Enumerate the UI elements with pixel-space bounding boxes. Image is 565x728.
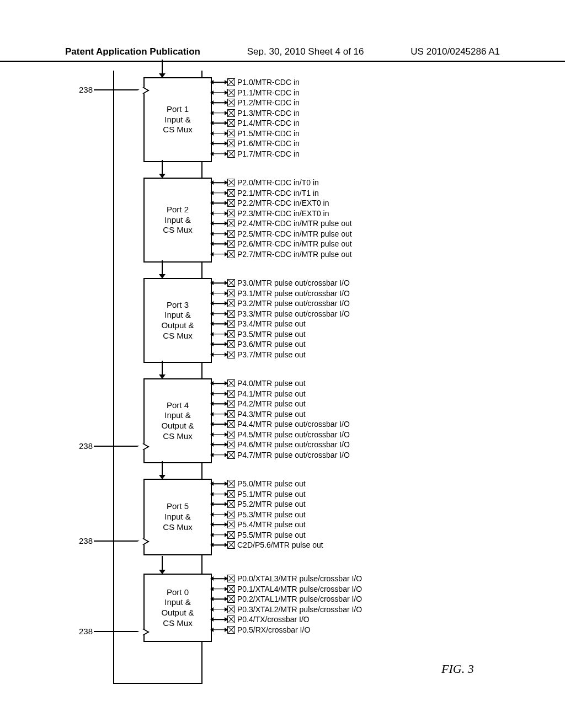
io-pad-icon xyxy=(227,511,235,518)
figure-caption: FIG. 3 xyxy=(441,662,474,676)
pin-label: P1.1/MTR-CDC in xyxy=(237,89,300,97)
io-pad-icon xyxy=(227,140,235,147)
pin-row: P0.1/XTAL4/MTR pulse/crossbar I/O xyxy=(211,584,362,595)
port-box: Port 2Input &CS Mux xyxy=(143,178,212,263)
port-box: Port 3Input &Output &CS Mux xyxy=(143,278,212,363)
pin-label: C2D/P5.6/MTR pulse out xyxy=(237,541,323,549)
ref-line xyxy=(94,540,141,542)
bidirectional-arrow-icon xyxy=(211,530,227,540)
pins: P4.0/MTR pulse outP4.1/MTR pulse outP4.2… xyxy=(211,378,350,460)
pin-row: P5.5/MTR pulse out xyxy=(211,530,323,540)
bidirectional-arrow-icon xyxy=(211,278,227,288)
pin-label: P2.1/MTR-CDC in/T1 in xyxy=(237,189,319,197)
io-pad-icon xyxy=(227,400,235,408)
pin-row: P2.3/MTR-CDC in/EXT0 in xyxy=(211,208,352,219)
pin-label: P5.2/MTR pulse out xyxy=(237,500,306,508)
bidirectional-arrow-icon xyxy=(211,198,227,208)
bidirectional-arrow-icon xyxy=(211,288,227,298)
port-box-label: Port 0 xyxy=(167,587,189,598)
bidirectional-arrow-icon xyxy=(211,77,227,87)
bidirectional-arrow-icon xyxy=(211,389,227,399)
pin-row: P2.6/MTR-CDC in/MTR pulse out xyxy=(211,239,352,249)
bidirectional-arrow-icon xyxy=(211,440,227,449)
pin-label: P4.3/MTR pulse out xyxy=(237,410,306,418)
io-pad-icon xyxy=(227,390,235,398)
pin-row: P3.2/MTR pulse out/crossbar I/O xyxy=(211,298,350,309)
io-pad-icon xyxy=(227,179,235,186)
io-pad-icon xyxy=(227,500,235,508)
io-pad-icon xyxy=(227,431,235,438)
pin-row: P3.3/MTR pulse out/crossbar I/O xyxy=(211,309,350,319)
port-box: Port 1Input &CS Mux xyxy=(143,77,212,162)
io-pad-icon xyxy=(227,290,235,297)
pin-label: P5.0/MTR pulse out xyxy=(237,480,306,488)
bidirectional-arrow-icon xyxy=(211,138,227,148)
port-box-label: CS Mux xyxy=(163,225,192,235)
bidirectional-arrow-icon xyxy=(211,399,227,409)
bidirectional-arrow-icon xyxy=(211,239,227,249)
pin-row: P2.1/MTR-CDC in/T1 in xyxy=(211,188,352,199)
bidirectional-arrow-icon xyxy=(211,88,227,98)
port-box-label: Input & xyxy=(164,215,191,226)
pin-label: P4.5/MTR pulse out/crossbar I/O xyxy=(237,431,350,438)
ref-label: 238 xyxy=(68,627,93,636)
pin-label: P4.2/MTR pulse out xyxy=(237,400,306,408)
pin-label: P3.5/MTR pulse out xyxy=(237,330,306,338)
io-pad-icon xyxy=(227,99,235,106)
pin-label: P3.6/MTR pulse out xyxy=(237,340,306,348)
pin-row: P5.3/MTR pulse out xyxy=(211,510,323,520)
bidirectional-arrow-icon xyxy=(211,218,227,228)
pin-label: P1.5/MTR-CDC in xyxy=(237,130,300,137)
pin-row: P0.3/XTAL2/MTR pulse/crossbar I/O xyxy=(211,604,362,615)
pin-label: P2.4/MTR-CDC in/MTR pulse out xyxy=(237,220,352,227)
bidirectional-arrow-icon xyxy=(211,350,227,360)
io-pad-icon xyxy=(227,410,235,418)
bidirectional-arrow-icon xyxy=(211,614,227,624)
pin-row: P1.5/MTR-CDC in xyxy=(211,129,300,139)
bidirectional-arrow-icon xyxy=(211,419,227,429)
pin-label: P5.4/MTR pulse out xyxy=(237,521,306,528)
io-pad-icon xyxy=(227,230,235,238)
port-group: Port 4Input &Output &CS Mux238P4.0/MTR p… xyxy=(127,374,436,462)
pin-label: P4.0/MTR pulse out xyxy=(237,379,306,387)
io-pad-icon xyxy=(227,585,235,593)
pin-row: P0.5/RX/crossbar I/O xyxy=(211,625,362,635)
io-pad-icon xyxy=(227,541,235,549)
pin-label: P0.4/TX/crossbar I/O xyxy=(237,615,310,623)
io-pad-icon xyxy=(227,330,235,338)
io-pad-icon xyxy=(227,451,235,459)
pins: P5.0/MTR pulse outP5.1/MTR pulse outP5.2… xyxy=(211,479,323,550)
pin-row: P4.4/MTR pulse out/crossbar I/O xyxy=(211,419,350,430)
pin-row: P2.4/MTR-CDC in/MTR pulse out xyxy=(211,218,352,229)
port-box-label: Input & xyxy=(164,115,191,125)
bidirectional-arrow-icon xyxy=(211,319,227,329)
pin-label: P0.2/XTAL1/MTR pulse/crossbar I/O xyxy=(237,595,362,603)
pin-row: P3.6/MTR pulse out xyxy=(211,339,350,350)
pin-label: P0.0/XTAL3/MTR pulse/crossbar I/O xyxy=(237,575,362,582)
bidirectional-arrow-icon xyxy=(211,594,227,604)
port-box: Port 4Input &Output &CS Mux xyxy=(143,378,212,463)
pin-row: P1.1/MTR-CDC in xyxy=(211,88,300,98)
port-box-label: CS Mux xyxy=(163,522,192,533)
pin-label: P1.4/MTR-CDC in xyxy=(237,119,300,127)
pin-row: P3.4/MTR pulse out xyxy=(211,319,350,329)
pin-label: P0.3/XTAL2/MTR pulse/crossbar I/O xyxy=(237,606,362,613)
pin-row: P2.7/MTR-CDC in/MTR pulse out xyxy=(211,249,352,260)
io-pad-icon xyxy=(227,310,235,318)
io-pad-icon xyxy=(227,199,235,207)
bidirectional-arrow-icon xyxy=(211,378,227,388)
ref-line xyxy=(94,89,141,90)
pin-row: P5.2/MTR pulse out xyxy=(211,499,323,510)
bidirectional-arrow-icon xyxy=(211,409,227,419)
pin-row: P1.4/MTR-CDC in xyxy=(211,118,300,129)
port-box-label: Port 3 xyxy=(167,300,189,311)
pin-row: P4.3/MTR pulse out xyxy=(211,409,350,420)
pin-label: P0.1/XTAL4/MTR pulse/crossbar I/O xyxy=(237,585,362,593)
ref-label: 238 xyxy=(68,536,93,545)
pin-row: P1.0/MTR-CDC in xyxy=(211,77,300,88)
bidirectional-arrow-icon xyxy=(211,108,227,118)
bidirectional-arrow-icon xyxy=(211,149,227,159)
pin-label: P4.1/MTR pulse out xyxy=(237,390,306,398)
pins: P0.0/XTAL3/MTR pulse/crossbar I/OP0.1/XT… xyxy=(211,574,362,635)
pin-row: P4.5/MTR pulse out/crossbar I/O xyxy=(211,430,350,440)
